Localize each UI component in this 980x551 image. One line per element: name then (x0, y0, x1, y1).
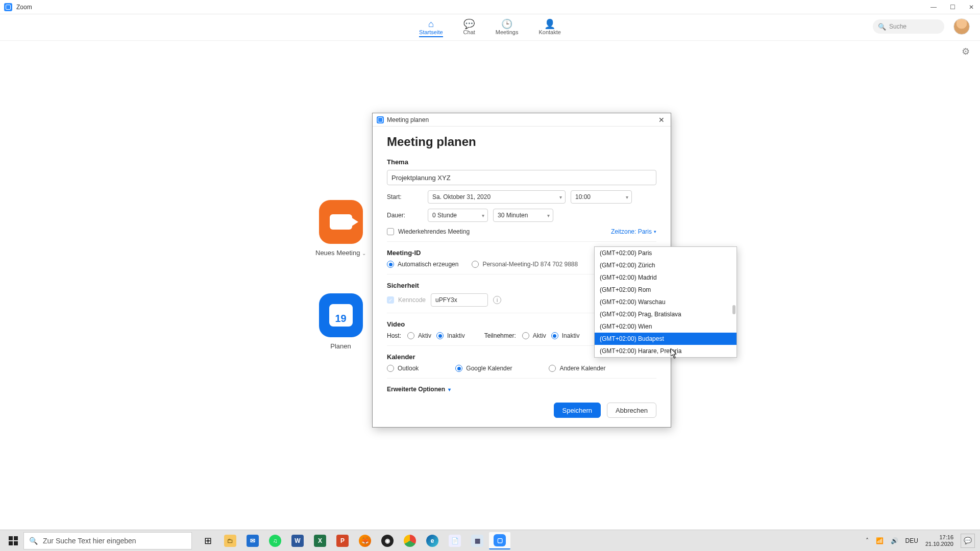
app-icon[interactable]: ▦ (467, 532, 488, 549)
nav-meetings[interactable]: 🕒 Meetings (496, 19, 519, 36)
close-window-button[interactable]: ✕ (967, 4, 976, 11)
timezone-option[interactable]: (GMT+02:00) Prag, Bratislava (595, 308, 737, 320)
start-label: Start: (387, 193, 423, 201)
nav-chat-label: Chat (463, 29, 475, 35)
spotify-icon[interactable]: ♫ (264, 532, 286, 549)
taskbar-search[interactable]: 🔍 Zur Suche Text hier eingeben (23, 532, 192, 549)
scrollbar[interactable] (731, 248, 736, 356)
cal-google-radio[interactable]: Google Kalender (455, 365, 512, 372)
file-explorer-icon[interactable]: 🗀 (219, 532, 241, 549)
timezone-option[interactable]: (GMT+02:00) Rom (595, 284, 737, 296)
search-icon: 🔍 (878, 23, 886, 31)
svg-rect-1 (14, 536, 18, 540)
edge-icon[interactable]: e (422, 532, 443, 549)
info-icon[interactable]: i (493, 296, 501, 304)
start-button[interactable] (3, 532, 23, 549)
zoom-taskbar-icon[interactable]: ▢ (489, 532, 510, 549)
taskbar-clock[interactable]: 17:16 21.10.2020 (925, 534, 953, 547)
date-select[interactable]: Sa. Oktober 31, 2020 (428, 190, 566, 204)
cal-google-label: Google Kalender (466, 365, 512, 372)
schedule-tile[interactable]: 19 Planen (319, 293, 363, 350)
settings-gear-icon[interactable]: ⚙ (962, 46, 970, 57)
scrollbar-thumb[interactable] (732, 305, 736, 314)
cal-outlook-label: Outlook (398, 365, 419, 372)
participant-active-label: Aktiv (533, 332, 546, 339)
tray-expand-icon[interactable]: ˄ (866, 537, 869, 544)
participant-active-radio[interactable]: Aktiv (522, 332, 546, 339)
passcode-checkbox: ✓ Kenncode (387, 296, 426, 304)
calendar-icon: 19 (329, 304, 353, 327)
new-meeting-tile[interactable]: Neues Meeting ⌄ (315, 200, 366, 257)
excel-icon[interactable]: X (309, 532, 331, 549)
cancel-button[interactable]: Abbrechen (607, 403, 656, 418)
maximize-button[interactable]: ☐ (948, 4, 958, 11)
participant-inactive-radio[interactable]: Inaktiv (551, 332, 580, 339)
duration-label: Dauer: (387, 212, 423, 219)
timezone-option[interactable]: (GMT+02:00) Paris (595, 247, 737, 259)
cal-other-label: Andere Kalender (559, 365, 605, 372)
minimize-button[interactable]: — (928, 4, 939, 11)
search-input[interactable]: 🔍 Suche (873, 19, 944, 34)
obs-icon[interactable]: ◉ (377, 532, 398, 549)
mail-icon[interactable]: ✉ (242, 532, 263, 549)
host-active-radio[interactable]: Aktiv (407, 332, 431, 339)
nav-chat[interactable]: 💬 Chat (463, 19, 475, 36)
save-button[interactable]: Speichern (554, 403, 601, 418)
wifi-icon[interactable]: 📶 (876, 537, 884, 544)
top-nav: ⌂ Startseite 💬 Chat 🕒 Meetings 👤 Kontakt… (0, 14, 980, 41)
recurring-checkbox[interactable]: Wiederkehrendes Meeting (387, 228, 470, 235)
nav-home[interactable]: ⌂ Startseite (419, 19, 443, 37)
host-inactive-label: Inaktiv (447, 332, 465, 339)
chevron-down-icon: ⌄ (362, 251, 366, 256)
meeting-id-auto-radio[interactable]: Automatisch erzeugen (387, 261, 458, 268)
timezone-link[interactable]: Zeitzone: Paris (611, 228, 656, 235)
hours-value: 0 Stunde (432, 212, 457, 219)
dialog-titlebar: Meeting planen ✕ (373, 113, 671, 127)
dialog-window-title: Meeting planen (387, 116, 429, 123)
timezone-option[interactable]: (GMT+02:00) Wien (595, 320, 737, 333)
meeting-id-personal-radio[interactable]: Personal-Meeting-ID 874 702 9888 (472, 261, 578, 268)
calendar-day: 19 (335, 313, 346, 324)
word-icon[interactable]: W (287, 532, 308, 549)
volume-icon[interactable]: 🔊 (891, 537, 898, 544)
date-value: Sa. Oktober 31, 2020 (432, 193, 491, 201)
svg-rect-2 (9, 541, 13, 545)
firefox-icon[interactable]: 🦊 (354, 532, 376, 549)
time-select[interactable]: 10:00 (571, 190, 632, 204)
home-icon: ⌂ (428, 19, 434, 29)
cal-other-radio[interactable]: Andere Kalender (549, 365, 605, 372)
search-icon: 🔍 (29, 537, 38, 545)
notifications-icon[interactable]: 💬 (961, 534, 975, 548)
advanced-options-toggle[interactable]: Erweiterte Optionen (387, 386, 451, 393)
chrome-icon[interactable] (399, 532, 421, 549)
timezone-dropdown[interactable]: (GMT+02:00) Paris(GMT+02:00) Zürich(GMT+… (594, 246, 737, 358)
cal-outlook-radio[interactable]: Outlook (387, 365, 419, 372)
timezone-option[interactable]: (GMT+02:00) Madrid (595, 271, 737, 284)
passcode-label: Kenncode (398, 296, 426, 304)
new-meeting-label: Neues Meeting (315, 249, 360, 257)
powerpoint-icon[interactable]: P (332, 532, 353, 549)
hours-select[interactable]: 0 Stunde (428, 209, 488, 222)
topic-input[interactable] (387, 170, 656, 185)
timezone-option[interactable]: (GMT+02:00) Harare, Pretoria (595, 345, 737, 357)
timezone-option[interactable]: (GMT+02:00) Warschau (595, 296, 737, 308)
schedule-label: Planen (330, 342, 351, 350)
notepad-icon[interactable]: 📄 (444, 532, 465, 549)
host-inactive-radio[interactable]: Inaktiv (436, 332, 465, 339)
language-indicator[interactable]: DEU (905, 537, 918, 544)
home-tiles: Neues Meeting ⌄ 19 Planen (315, 200, 366, 350)
nav-contacts[interactable]: 👤 Kontakte (538, 19, 560, 36)
nav-contacts-label: Kontakte (538, 29, 560, 35)
search-placeholder: Suche (889, 23, 906, 30)
minutes-select[interactable]: 30 Minuten (493, 209, 553, 222)
minutes-value: 30 Minuten (498, 212, 528, 219)
participant-inactive-label: Inaktiv (562, 332, 580, 339)
timezone-option[interactable]: (GMT+02:00) Zürich (595, 259, 737, 271)
timezone-option[interactable]: (GMT+02:00) Budapest (595, 333, 737, 345)
dialog-close-button[interactable]: ✕ (656, 116, 667, 124)
passcode-input[interactable] (431, 293, 488, 307)
avatar[interactable] (953, 18, 970, 35)
meetings-icon: 🕒 (501, 19, 512, 29)
task-view-icon[interactable]: ⊞ (197, 532, 218, 549)
window-titlebar: Zoom — ☐ ✕ (0, 0, 980, 14)
